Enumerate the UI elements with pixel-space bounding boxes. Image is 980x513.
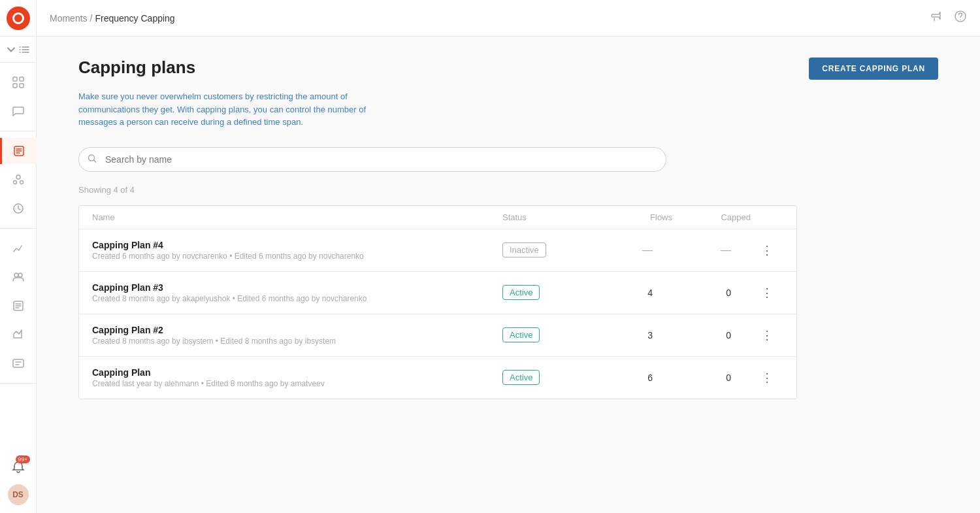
nav-section-analytics bbox=[0, 229, 36, 384]
capped-value: — bbox=[672, 244, 751, 256]
row-actions: ⋮ bbox=[751, 368, 783, 388]
plan-name[interactable]: Capping Plan bbox=[92, 367, 502, 378]
nav-item-messages[interactable] bbox=[5, 98, 31, 124]
plan-name[interactable]: Capping Plan #2 bbox=[92, 325, 502, 335]
capping-plans-table: Name Status Flows Capped Capping Plan #4… bbox=[78, 205, 797, 399]
breadcrumb: Moments / Frequency Capping bbox=[50, 13, 175, 24]
col-header-capped: Capped bbox=[672, 212, 751, 222]
nav-item-reports[interactable] bbox=[5, 322, 31, 348]
plan-status: Active bbox=[502, 327, 607, 342]
more-options-button[interactable]: ⋮ bbox=[759, 368, 776, 388]
page-header: Capping plans CREATE CAPPING PLAN bbox=[78, 58, 938, 80]
svg-point-7 bbox=[20, 181, 23, 184]
plan-name[interactable]: Capping Plan #4 bbox=[92, 240, 502, 250]
nav-expand-button[interactable] bbox=[0, 37, 37, 63]
page-description: Make sure you never overwhelm customers … bbox=[78, 90, 405, 129]
topbar-actions bbox=[930, 10, 967, 26]
notification-badge: 99+ bbox=[16, 455, 29, 463]
plan-status: Inactive bbox=[502, 242, 607, 257]
plan-info: Capping Plan #2 Created 8 months ago by … bbox=[92, 325, 502, 346]
showing-label: Showing 4 of 4 bbox=[78, 185, 938, 195]
main-wrapper: Moments / Frequency Capping Cappi bbox=[37, 0, 980, 513]
capped-value: 0 bbox=[672, 330, 751, 340]
col-header-name: Name bbox=[92, 212, 502, 222]
more-options-button[interactable]: ⋮ bbox=[759, 283, 776, 303]
nav-item-dashboard[interactable] bbox=[5, 69, 31, 95]
plan-info: Capping Plan #4 Created 6 months ago by … bbox=[92, 240, 502, 261]
svg-rect-0 bbox=[13, 77, 17, 81]
table-row: Capping Plan #4 Created 6 months ago by … bbox=[79, 229, 796, 272]
announcement-icon[interactable] bbox=[930, 10, 943, 26]
topbar: Moments / Frequency Capping bbox=[37, 0, 980, 37]
svg-rect-2 bbox=[13, 84, 17, 88]
status-badge: Active bbox=[502, 370, 540, 385]
svg-point-5 bbox=[16, 175, 20, 179]
more-options-button[interactable]: ⋮ bbox=[759, 325, 776, 345]
nav-item-automation[interactable] bbox=[5, 195, 31, 222]
status-badge: Inactive bbox=[502, 242, 546, 257]
plan-info: Capping Plan Created last year by alehma… bbox=[92, 367, 502, 388]
plan-status: Active bbox=[502, 285, 607, 300]
table-body: Capping Plan #4 Created 6 months ago by … bbox=[79, 229, 796, 399]
row-actions: ⋮ bbox=[751, 325, 783, 345]
row-actions: ⋮ bbox=[751, 240, 783, 260]
plan-status: Active bbox=[502, 370, 607, 385]
nav-item-campaigns[interactable] bbox=[0, 138, 37, 164]
page-title: Capping plans bbox=[78, 58, 195, 78]
table-row: Capping Plan #3 Created 8 months ago by … bbox=[79, 272, 796, 314]
svg-point-9 bbox=[14, 273, 18, 277]
table-row: Capping Plan #2 Created 8 months ago by … bbox=[79, 314, 796, 357]
create-capping-plan-button[interactable]: CREATE CAPPING PLAN bbox=[809, 58, 938, 80]
flows-value: 6 bbox=[607, 372, 672, 383]
nav-item-settings[interactable] bbox=[5, 350, 31, 376]
plan-meta: Created 6 months ago by novcharenko • Ed… bbox=[92, 252, 502, 261]
breadcrumb-current: Frequency Capping bbox=[95, 13, 174, 24]
help-icon[interactable] bbox=[954, 10, 967, 26]
app-logo[interactable] bbox=[0, 0, 37, 37]
svg-rect-3 bbox=[20, 84, 24, 88]
breadcrumb-parent[interactable]: Moments bbox=[50, 13, 88, 24]
flows-value: — bbox=[607, 244, 672, 256]
nav-item-content[interactable] bbox=[5, 293, 31, 319]
svg-point-6 bbox=[13, 181, 16, 184]
plan-meta: Created last year by alehmann • Edited 8… bbox=[92, 379, 502, 388]
plan-meta: Created 8 months ago by ibsystem • Edite… bbox=[92, 337, 502, 346]
nav-item-audience[interactable] bbox=[5, 264, 31, 290]
nav-section-campaigns bbox=[0, 131, 36, 229]
svg-rect-12 bbox=[13, 359, 24, 367]
left-navigation: 99+ DS bbox=[0, 0, 37, 513]
notification-button[interactable]: 99+ bbox=[7, 455, 30, 479]
user-avatar[interactable]: DS bbox=[8, 484, 29, 505]
nav-section-messaging bbox=[0, 63, 36, 131]
plan-name[interactable]: Capping Plan #3 bbox=[92, 282, 502, 293]
breadcrumb-separator: / bbox=[90, 13, 93, 24]
plan-meta: Created 8 months ago by akapelyushok • E… bbox=[92, 294, 502, 303]
col-header-flows: Flows bbox=[607, 212, 672, 222]
svg-point-14 bbox=[960, 19, 961, 20]
capped-value: 0 bbox=[672, 372, 751, 383]
more-options-button[interactable]: ⋮ bbox=[759, 240, 776, 260]
nav-item-analytics[interactable] bbox=[5, 235, 31, 261]
flows-value: 3 bbox=[607, 330, 672, 340]
status-badge: Active bbox=[502, 327, 540, 342]
search-container bbox=[78, 147, 938, 172]
flows-value: 4 bbox=[607, 288, 672, 298]
search-input[interactable] bbox=[78, 147, 666, 172]
svg-rect-1 bbox=[20, 77, 24, 81]
svg-point-10 bbox=[18, 273, 22, 277]
col-header-status: Status bbox=[502, 212, 607, 222]
search-icon bbox=[88, 154, 97, 165]
capped-value: 0 bbox=[672, 288, 751, 298]
content-area: Capping plans CREATE CAPPING PLAN Make s… bbox=[37, 37, 980, 513]
nav-bottom: 99+ DS bbox=[7, 455, 30, 513]
nav-item-segments[interactable] bbox=[5, 167, 31, 193]
col-header-actions bbox=[751, 212, 783, 222]
row-actions: ⋮ bbox=[751, 283, 783, 303]
table-row: Capping Plan Created last year by alehma… bbox=[79, 357, 796, 399]
table-header: Name Status Flows Capped bbox=[79, 206, 796, 229]
status-badge: Active bbox=[502, 285, 540, 300]
plan-info: Capping Plan #3 Created 8 months ago by … bbox=[92, 282, 502, 303]
